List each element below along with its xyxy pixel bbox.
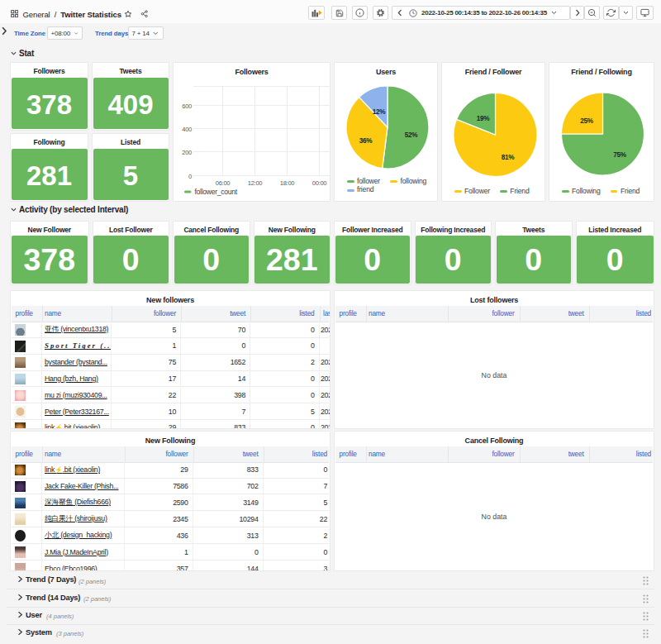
svg-text:600: 600 xyxy=(182,103,192,110)
svg-text:200: 200 xyxy=(182,149,192,156)
svg-text:25%: 25% xyxy=(580,117,594,125)
svg-text:18:00: 18:00 xyxy=(280,179,295,187)
svg-text:52%: 52% xyxy=(405,131,419,139)
svg-text:12%: 12% xyxy=(373,108,387,116)
svg-text:follower_count: follower_count xyxy=(195,188,238,196)
svg-text:06:00: 06:00 xyxy=(216,179,231,187)
svg-text:36%: 36% xyxy=(359,137,373,145)
svg-text:81%: 81% xyxy=(502,154,516,161)
svg-text:19%: 19% xyxy=(477,115,491,122)
svg-text:75%: 75% xyxy=(613,151,627,159)
svg-text:400: 400 xyxy=(182,126,192,133)
svg-text:00:00: 00:00 xyxy=(312,179,327,187)
svg-text:0: 0 xyxy=(188,173,192,180)
svg-text:12:00: 12:00 xyxy=(248,179,263,187)
